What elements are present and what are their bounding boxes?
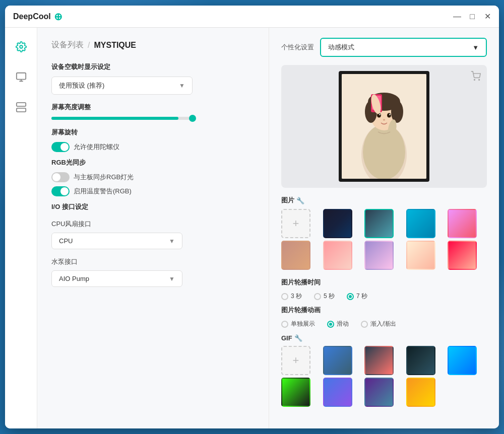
maximize-button[interactable]: □ [469, 13, 476, 20]
gallery-item[interactable] [406, 209, 435, 238]
rotation-toggle-knob [60, 143, 69, 151]
pump-arrow: ▼ [169, 275, 175, 282]
sidebar-item-display[interactable] [12, 68, 30, 86]
svg-rect-5 [16, 108, 25, 112]
svg-point-25 [479, 80, 480, 81]
gif-item[interactable] [448, 346, 477, 375]
brightness-slider-track[interactable] [51, 117, 193, 120]
pump-label: 水泵接口 [51, 257, 255, 266]
anim-single-circle [281, 321, 288, 328]
idle-display-dropdown[interactable]: 使用预设 (推荐) ▼ [51, 77, 193, 95]
idle-display-arrow: ▼ [179, 82, 185, 89]
gif-item[interactable] [364, 378, 394, 407]
interval-7s-dot [349, 295, 352, 298]
interval-3s[interactable]: 3 秒 [281, 292, 302, 301]
gif-item[interactable] [281, 378, 310, 407]
anim-fade[interactable]: 渐入/渐出 [361, 320, 396, 328]
brightness-slider-thumb[interactable] [189, 115, 196, 122]
gallery-item[interactable] [364, 241, 394, 270]
svg-point-10 [363, 124, 405, 179]
logo-text: DeepCool [13, 12, 51, 21]
rgb-sync-title: RGB光同步 [51, 158, 255, 167]
sidebar-item-storage[interactable] [12, 98, 30, 116]
images-gallery-title: 图片 🔧 [281, 196, 487, 205]
svg-rect-1 [16, 73, 25, 80]
gif-item[interactable] [406, 378, 435, 407]
gallery-item[interactable] [448, 241, 477, 270]
preview-container [281, 65, 487, 188]
anim-fade-circle [361, 321, 368, 328]
rgb-motherboard-toggle[interactable] [51, 172, 70, 182]
slideshow-animation-section: 图片轮播动画 单独展示 滑动 [281, 306, 487, 328]
minimize-button[interactable]: — [454, 13, 461, 20]
svg-point-18 [389, 114, 390, 115]
personalization-label: 个性化设置 [281, 43, 314, 52]
personalization-row: 个性化设置 动感模式 ▼ [281, 38, 487, 57]
close-button[interactable]: ✕ [484, 13, 491, 20]
breadcrumb: 设备列表 / MYSTIQUE [51, 40, 255, 50]
svg-point-24 [474, 80, 475, 81]
slideshow-interval-title: 图片轮播时间 [281, 278, 487, 287]
images-gallery-grid-2 [281, 241, 487, 270]
cpu-fan-dropdown[interactable]: CPU ▼ [51, 233, 182, 249]
gallery-item[interactable] [406, 241, 435, 270]
interval-5s[interactable]: 5 秒 [314, 292, 335, 301]
gallery-item[interactable] [323, 241, 352, 270]
logo-icon: ⊕ [54, 11, 62, 23]
content-area: 设备列表 / MYSTIQUE 设备空载时显示设定 使用预设 (推荐) ▼ 屏幕… [37, 28, 499, 428]
cpu-fan-value: CPU [59, 237, 73, 245]
svg-point-14 [391, 101, 403, 123]
rotation-toggle[interactable] [51, 142, 70, 152]
interval-7s[interactable]: 7 秒 [347, 292, 367, 301]
breadcrumb-separator: / [88, 41, 90, 50]
anim-single[interactable]: 单独展示 [281, 320, 315, 328]
personalization-dropdown[interactable]: 动感模式 ▼ [320, 38, 487, 57]
gif-item[interactable] [323, 346, 352, 375]
gallery-item[interactable] [281, 241, 310, 270]
add-gif-button[interactable]: + [281, 346, 310, 375]
pump-dropdown[interactable]: AIO Pump ▼ [51, 270, 182, 287]
sidebar-item-settings[interactable] [12, 38, 30, 56]
slideshow-animation-title: 图片轮播动画 [281, 306, 487, 315]
gallery-item[interactable] [323, 209, 352, 238]
titlebar: DeepCool ⊕ — □ ✕ [5, 6, 499, 28]
gif-item[interactable] [406, 346, 435, 375]
images-gallery-section: 图片 🔧 + [281, 196, 487, 270]
slideshow-animation-options: 单独展示 滑动 渐入/渐出 [281, 320, 487, 328]
anim-fade-label: 渐入/渐出 [370, 320, 396, 328]
breadcrumb-parent[interactable]: 设备列表 [51, 40, 84, 50]
svg-point-0 [20, 45, 23, 48]
anim-slide[interactable]: 滑动 [327, 320, 349, 328]
window-controls: — □ ✕ [454, 13, 491, 20]
right-panel: 个性化设置 动感模式 ▼ [269, 28, 499, 428]
add-image-button[interactable]: + [281, 209, 310, 238]
personalization-value: 动感模式 [328, 43, 354, 52]
images-gallery-grid: + [281, 209, 487, 238]
io-title: I/O 接口设定 [51, 202, 255, 211]
gif-item[interactable] [323, 378, 352, 407]
cpu-fan-label: CPU风扇接口 [51, 220, 255, 229]
rotation-title: 屏幕旋转 [51, 128, 255, 137]
preview-frame [339, 71, 429, 182]
rotation-toggle-row: 允许使用陀螺仪 [51, 142, 255, 152]
slideshow-interval-section: 图片轮播时间 3 秒 5 秒 [281, 278, 487, 301]
gif-item[interactable] [364, 346, 394, 375]
svg-point-17 [379, 114, 380, 115]
anim-single-label: 单独展示 [291, 320, 315, 328]
brightness-slider-container [51, 117, 255, 120]
anim-slide-label: 滑动 [337, 320, 349, 328]
interval-5s-circle [314, 293, 321, 300]
gallery-item[interactable] [448, 209, 477, 238]
interval-7s-label: 7 秒 [356, 292, 367, 301]
rgb-temp-toggle[interactable] [51, 186, 70, 196]
brightness-slider-fill [51, 117, 178, 120]
gif-gallery-grid-2 [281, 378, 487, 407]
slideshow-interval-options: 3 秒 5 秒 7 秒 [281, 292, 487, 301]
gallery-item[interactable] [364, 209, 394, 238]
anim-slide-dot [329, 323, 332, 326]
personalization-arrow: ▼ [472, 44, 479, 51]
brightness-title: 屏幕亮度调整 [51, 103, 255, 112]
svg-rect-4 [16, 103, 25, 106]
gif-wrench-icon: 🔧 [294, 334, 302, 342]
cart-icon[interactable] [471, 71, 481, 84]
